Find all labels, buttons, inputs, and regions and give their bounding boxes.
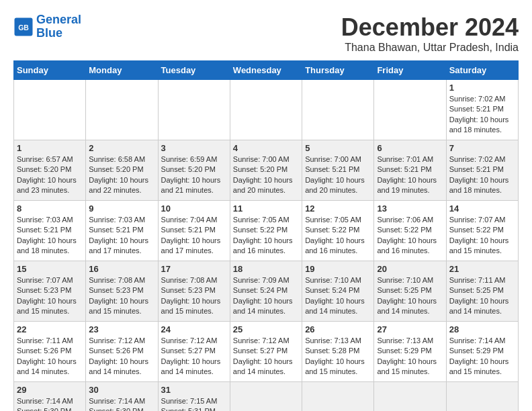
calendar-cell: 21Sunrise: 7:11 AMSunset: 5:25 PMDayligh… <box>446 261 518 322</box>
day-info: Sunrise: 6:57 AMSunset: 5:20 PMDaylight:… <box>17 154 83 196</box>
calendar-cell: 1Sunrise: 7:02 AMSunset: 5:21 PMDaylight… <box>446 80 518 140</box>
calendar-cell: 2Sunrise: 6:58 AMSunset: 5:20 PMDaylight… <box>86 140 158 201</box>
day-info: Sunrise: 7:11 AMSunset: 5:26 PMDaylight:… <box>17 336 83 377</box>
calendar-week-row: 29Sunrise: 7:14 AMSunset: 5:30 PMDayligh… <box>14 382 519 412</box>
day-info: Sunrise: 7:01 AMSunset: 5:21 PMDaylight:… <box>377 154 443 196</box>
day-number: 26 <box>305 324 371 334</box>
logo: GB General Blue <box>13 13 81 40</box>
calendar-cell: 30Sunrise: 7:14 AMSunset: 5:30 PMDayligh… <box>86 382 158 412</box>
calendar-cell: 6Sunrise: 7:01 AMSunset: 5:21 PMDaylight… <box>374 140 446 201</box>
calendar-cell: 28Sunrise: 7:14 AMSunset: 5:29 PMDayligh… <box>446 322 518 382</box>
calendar-cell <box>302 80 374 140</box>
calendar-cell: 23Sunrise: 7:12 AMSunset: 5:26 PMDayligh… <box>86 322 158 382</box>
day-info: Sunrise: 7:10 AMSunset: 5:24 PMDaylight:… <box>305 275 371 317</box>
calendar-cell: 8Sunrise: 7:03 AMSunset: 5:21 PMDaylight… <box>14 201 86 261</box>
calendar-cell: 10Sunrise: 7:04 AMSunset: 5:21 PMDayligh… <box>158 201 230 261</box>
calendar-cell: 16Sunrise: 7:08 AMSunset: 5:23 PMDayligh… <box>86 261 158 322</box>
day-info: Sunrise: 7:07 AMSunset: 5:22 PMDaylight:… <box>449 215 515 257</box>
calendar-cell: 4Sunrise: 7:00 AMSunset: 5:20 PMDaylight… <box>230 140 302 201</box>
day-info: Sunrise: 7:02 AMSunset: 5:21 PMDaylight:… <box>449 94 515 136</box>
logo-line2: Blue <box>36 26 62 40</box>
calendar-cell: 14Sunrise: 7:07 AMSunset: 5:22 PMDayligh… <box>446 201 518 261</box>
calendar-week-row: 15Sunrise: 7:07 AMSunset: 5:23 PMDayligh… <box>14 261 519 322</box>
day-info: Sunrise: 7:05 AMSunset: 5:22 PMDaylight:… <box>233 215 299 257</box>
day-number: 1 <box>17 143 83 153</box>
day-info: Sunrise: 7:07 AMSunset: 5:23 PMDaylight:… <box>17 275 83 317</box>
day-info: Sunrise: 6:59 AMSunset: 5:20 PMDaylight:… <box>161 154 227 196</box>
day-info: Sunrise: 7:10 AMSunset: 5:25 PMDaylight:… <box>377 275 443 317</box>
col-header-wednesday: Wednesday <box>230 61 302 80</box>
day-info: Sunrise: 7:09 AMSunset: 5:24 PMDaylight:… <box>233 275 299 317</box>
calendar-cell: 20Sunrise: 7:10 AMSunset: 5:25 PMDayligh… <box>374 261 446 322</box>
day-number: 21 <box>449 264 515 274</box>
day-info: Sunrise: 7:03 AMSunset: 5:21 PMDaylight:… <box>89 215 154 257</box>
calendar-cell: 31Sunrise: 7:15 AMSunset: 5:31 PMDayligh… <box>158 382 230 412</box>
day-number: 5 <box>305 143 371 153</box>
calendar-cell: 22Sunrise: 7:11 AMSunset: 5:26 PMDayligh… <box>14 322 86 382</box>
day-number: 8 <box>17 203 83 214</box>
calendar-cell: 12Sunrise: 7:05 AMSunset: 5:22 PMDayligh… <box>302 201 374 261</box>
day-number: 14 <box>449 203 515 214</box>
calendar-cell: 24Sunrise: 7:12 AMSunset: 5:27 PMDayligh… <box>158 322 230 382</box>
day-number: 6 <box>377 143 443 153</box>
calendar-cell <box>14 80 86 140</box>
day-info: Sunrise: 7:06 AMSunset: 5:22 PMDaylight:… <box>377 215 443 257</box>
day-info: Sunrise: 7:03 AMSunset: 5:21 PMDaylight:… <box>17 215 83 257</box>
col-header-sunday: Sunday <box>14 61 86 80</box>
calendar-cell: 19Sunrise: 7:10 AMSunset: 5:24 PMDayligh… <box>302 261 374 322</box>
day-number: 2 <box>89 143 154 153</box>
calendar-cell <box>230 382 302 412</box>
calendar-table: SundayMondayTuesdayWednesdayThursdayFrid… <box>13 60 519 411</box>
day-info: Sunrise: 7:12 AMSunset: 5:26 PMDaylight:… <box>89 336 154 377</box>
day-number: 4 <box>233 143 299 153</box>
day-info: Sunrise: 7:08 AMSunset: 5:23 PMDaylight:… <box>89 275 154 317</box>
day-info: Sunrise: 7:14 AMSunset: 5:30 PMDaylight:… <box>89 396 154 411</box>
day-number: 20 <box>377 264 443 274</box>
calendar-cell: 11Sunrise: 7:05 AMSunset: 5:22 PMDayligh… <box>230 201 302 261</box>
calendar-cell: 27Sunrise: 7:13 AMSunset: 5:29 PMDayligh… <box>374 322 446 382</box>
page-header: GB General Blue December 2024 Thana Bhaw… <box>13 13 519 54</box>
day-number: 12 <box>305 203 371 214</box>
day-info: Sunrise: 7:00 AMSunset: 5:21 PMDaylight:… <box>305 154 371 196</box>
day-number: 13 <box>377 203 443 214</box>
col-header-tuesday: Tuesday <box>158 61 230 80</box>
calendar-cell: 13Sunrise: 7:06 AMSunset: 5:22 PMDayligh… <box>374 201 446 261</box>
day-number: 24 <box>161 324 227 334</box>
calendar-cell: 29Sunrise: 7:14 AMSunset: 5:30 PMDayligh… <box>14 382 86 412</box>
day-number: 22 <box>17 324 83 334</box>
day-number: 7 <box>449 143 515 153</box>
day-number: 30 <box>89 385 154 395</box>
calendar-week-row: 22Sunrise: 7:11 AMSunset: 5:26 PMDayligh… <box>14 322 519 382</box>
day-info: Sunrise: 7:13 AMSunset: 5:29 PMDaylight:… <box>377 336 443 377</box>
day-number: 25 <box>233 324 299 334</box>
calendar-cell: 17Sunrise: 7:08 AMSunset: 5:23 PMDayligh… <box>158 261 230 322</box>
calendar-cell <box>374 382 446 412</box>
day-info: Sunrise: 7:14 AMSunset: 5:30 PMDaylight:… <box>17 396 83 411</box>
calendar-cell: 3Sunrise: 6:59 AMSunset: 5:20 PMDaylight… <box>158 140 230 201</box>
svg-text:GB: GB <box>18 23 29 31</box>
day-number: 18 <box>233 264 299 274</box>
day-info: Sunrise: 7:13 AMSunset: 5:28 PMDaylight:… <box>305 336 371 377</box>
col-header-monday: Monday <box>86 61 158 80</box>
logo-icon: GB <box>13 17 34 37</box>
col-header-thursday: Thursday <box>302 61 374 80</box>
month-title: December 2024 <box>341 13 519 42</box>
calendar-cell <box>374 80 446 140</box>
day-info: Sunrise: 7:04 AMSunset: 5:21 PMDaylight:… <box>161 215 227 257</box>
col-header-saturday: Saturday <box>446 61 518 80</box>
calendar-cell <box>230 80 302 140</box>
day-number: 11 <box>233 203 299 214</box>
day-number: 31 <box>161 385 227 395</box>
calendar-cell: 1Sunrise: 6:57 AMSunset: 5:20 PMDaylight… <box>14 140 86 201</box>
calendar-cell: 15Sunrise: 7:07 AMSunset: 5:23 PMDayligh… <box>14 261 86 322</box>
calendar-cell: 25Sunrise: 7:12 AMSunset: 5:27 PMDayligh… <box>230 322 302 382</box>
day-number: 27 <box>377 324 443 334</box>
location-title: Thana Bhawan, Uttar Pradesh, India <box>341 42 519 54</box>
day-info: Sunrise: 7:08 AMSunset: 5:23 PMDaylight:… <box>161 275 227 317</box>
day-number: 17 <box>161 264 227 274</box>
day-info: Sunrise: 7:05 AMSunset: 5:22 PMDaylight:… <box>305 215 371 257</box>
col-header-friday: Friday <box>374 61 446 80</box>
day-number: 29 <box>17 385 83 395</box>
day-info: Sunrise: 7:14 AMSunset: 5:29 PMDaylight:… <box>449 336 515 377</box>
day-info: Sunrise: 7:15 AMSunset: 5:31 PMDaylight:… <box>161 396 227 411</box>
